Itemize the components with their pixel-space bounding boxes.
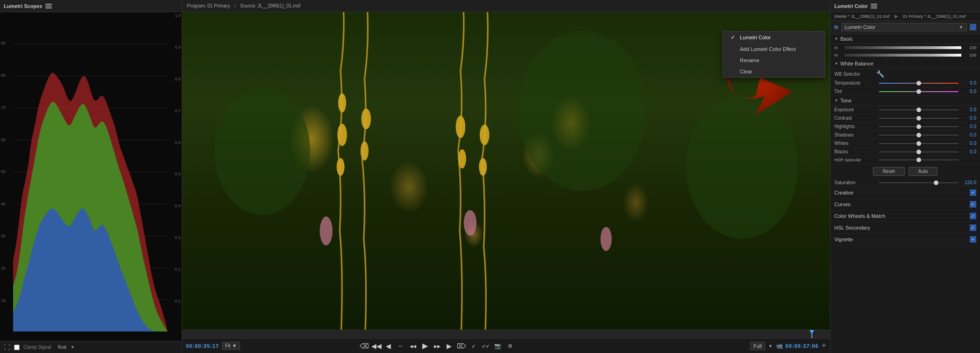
- svg-point-12: [337, 123, 347, 146]
- prev-frame-button[interactable]: ◀: [383, 341, 394, 351]
- color-wheels-label: Color Wheels & Match: [834, 213, 970, 219]
- camera-icon: 📹: [776, 343, 783, 349]
- auto-button[interactable]: Auto: [909, 167, 938, 176]
- check-icon: ✓: [731, 34, 737, 41]
- exposure-value[interactable]: 0.0: [961, 107, 976, 112]
- next-edit-button[interactable]: ▸▸: [432, 341, 442, 351]
- effect-checkbox[interactable]: [970, 24, 976, 30]
- effect-name-select[interactable]: Lumetri Color ▼: [841, 23, 967, 31]
- dropdown-arrow-quality[interactable]: ▼: [768, 343, 773, 349]
- whites-value[interactable]: 0.0: [961, 141, 976, 146]
- contrast-slider[interactable]: [879, 118, 959, 119]
- play-button[interactable]: ▶: [420, 341, 430, 351]
- highlights-slider[interactable]: [879, 126, 959, 127]
- basic-section-header[interactable]: ▼ Basic: [831, 34, 980, 44]
- overwrite-button[interactable]: ↙↙: [481, 341, 491, 351]
- effect-dropdown-arrow: ▼: [959, 24, 964, 30]
- fit-select[interactable]: Fit ▼: [222, 342, 240, 350]
- timeline-playhead[interactable]: [811, 330, 812, 338]
- reset-button[interactable]: Reset: [873, 167, 905, 176]
- dropdown-rename-label: Rename: [740, 58, 760, 63]
- vignette-toggle[interactable]: Vignette: [831, 234, 980, 245]
- exposure-row: Exposure 0.0: [831, 106, 980, 114]
- video-area: ✓ Lumetri Color Add Lumetri Color Effect…: [182, 12, 830, 330]
- curves-toggle[interactable]: Curves: [831, 199, 980, 210]
- export-frame-button[interactable]: 📷: [493, 341, 503, 351]
- hdr-specular-slider[interactable]: [879, 159, 959, 160]
- white-balance-section-header[interactable]: ▼ White Balance: [831, 59, 980, 69]
- multitrack-button[interactable]: ⊞: [505, 341, 515, 351]
- color-wheels-toggle[interactable]: Color Wheels & Match: [831, 210, 980, 222]
- color-panel-body[interactable]: Master * JL__2986(1)_01.msf ▶ 01 Primary…: [831, 12, 980, 353]
- whites-row: Whites 0.0: [831, 139, 980, 148]
- color-panel-menu-icon[interactable]: [871, 4, 877, 8]
- color-panel-header: Lumetri Color: [831, 0, 980, 12]
- wb-selector-row: WB Selector 🔧: [831, 69, 980, 79]
- svg-point-21: [320, 216, 333, 245]
- quality-select[interactable]: Full: [750, 342, 765, 350]
- input-slider[interactable]: [845, 46, 961, 49]
- hsl-secondary-checkbox[interactable]: [970, 224, 976, 231]
- eyedropper-icon[interactable]: 🔧: [876, 70, 884, 78]
- svg-point-19: [480, 124, 490, 145]
- vignette-checkbox[interactable]: [970, 236, 976, 243]
- contrast-value[interactable]: 0.0: [961, 115, 976, 121]
- output-slider[interactable]: [845, 54, 961, 57]
- dropdown-clear[interactable]: Clear: [723, 66, 825, 77]
- prev-edit-button[interactable]: ◂◂: [408, 341, 418, 351]
- tint-value[interactable]: 0.0: [961, 89, 976, 94]
- highlights-row: Highlights 0.0: [831, 122, 980, 131]
- exposure-slider[interactable]: [879, 109, 959, 110]
- svg-point-16: [361, 141, 369, 160]
- mark-in-button[interactable]: ⌫: [359, 341, 369, 351]
- in-label: In: [834, 45, 843, 50]
- master-label: Master * JL__2986(1)_01.msf: [834, 14, 890, 19]
- whites-slider[interactable]: [879, 143, 959, 144]
- blacks-slider[interactable]: [879, 151, 959, 152]
- svg-point-23: [601, 227, 612, 251]
- insert-button[interactable]: ↙: [469, 341, 479, 351]
- color-panel: Lumetri Color Master * JL__2986(1)_01.ms…: [831, 0, 980, 353]
- dropdown-rename[interactable]: Rename: [723, 55, 825, 66]
- blacks-value[interactable]: 0.0: [961, 149, 976, 154]
- blacks-label: Blacks: [834, 149, 876, 154]
- highlights-value[interactable]: 0.0: [961, 124, 976, 129]
- saturation-slider[interactable]: [879, 182, 959, 183]
- add-button[interactable]: +: [821, 341, 826, 351]
- tone-section-header[interactable]: ▼ Tone: [831, 96, 980, 106]
- tint-slider[interactable]: [879, 91, 959, 92]
- dropdown-arrow[interactable]: ▼: [70, 345, 75, 350]
- temperature-slider[interactable]: [879, 83, 959, 84]
- temperature-value[interactable]: 0.0: [961, 80, 976, 86]
- scopes-menu-icon[interactable]: [45, 4, 52, 8]
- dropdown-clear-label: Clear: [740, 69, 752, 74]
- dropdown-lumetri-color[interactable]: ✓ Lumetri Color: [723, 31, 825, 43]
- curves-checkbox[interactable]: [970, 201, 976, 208]
- scopes-canvas: 90 80 70 60 50 40 30 20 10 1.0 0.9 0.8 0…: [0, 12, 182, 341]
- hsl-secondary-toggle[interactable]: HSL Secondary: [831, 222, 980, 234]
- current-timecode[interactable]: 00:00:35:17: [186, 343, 219, 349]
- color-panel-title: Lumetri Color: [834, 3, 868, 9]
- fx-label: fx: [834, 25, 838, 30]
- play-inout-button[interactable]: ↔: [396, 341, 406, 351]
- tone-section-title: Tone: [840, 98, 852, 103]
- svg-point-25: [518, 31, 646, 191]
- clamp-signal-checkbox[interactable]: [14, 345, 20, 350]
- svg-point-20: [479, 158, 487, 176]
- saturation-value[interactable]: 120.0: [961, 180, 976, 185]
- color-wheels-checkbox[interactable]: [970, 213, 976, 219]
- mark-out-button[interactable]: ⌦: [456, 341, 467, 351]
- scopes-title: Lumetri Scopes: [4, 3, 43, 9]
- shadows-value[interactable]: 0.0: [961, 132, 976, 137]
- duration-timecode: 00:00:37:06: [786, 343, 819, 349]
- dropdown-add-effect[interactable]: Add Lumetri Color Effect: [723, 43, 825, 55]
- creative-toggle[interactable]: Creative: [831, 187, 980, 199]
- timeline-strip[interactable]: [182, 330, 830, 338]
- video-frame: ✓ Lumetri Color Add Lumetri Color Effect…: [182, 12, 830, 330]
- vignette-label: Vignette: [834, 237, 970, 242]
- creative-checkbox[interactable]: [970, 189, 976, 196]
- shadows-slider[interactable]: [879, 135, 959, 136]
- effect-name-label: Lumetri Color: [845, 24, 875, 30]
- step-forward-button[interactable]: ▶: [444, 341, 454, 351]
- step-back-button[interactable]: ◀◀: [371, 341, 382, 351]
